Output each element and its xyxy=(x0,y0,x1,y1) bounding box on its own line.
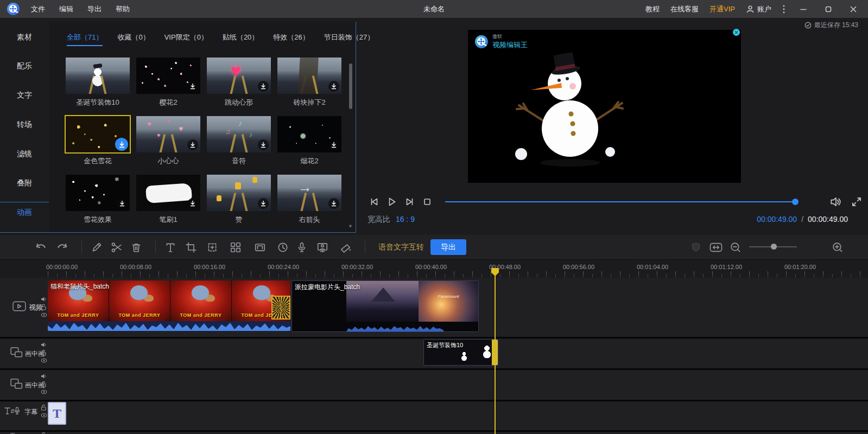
scroll-down-icon[interactable]: ▼ xyxy=(348,224,353,229)
transform-button[interactable] xyxy=(206,241,218,253)
tab-favorites[interactable]: 收藏（0） xyxy=(117,33,149,46)
export-button[interactable]: 导出 xyxy=(430,239,466,255)
vip-link[interactable]: 开通VIP xyxy=(709,4,735,14)
tab-all[interactable]: 全部（71） xyxy=(67,33,103,46)
timeline-zoom-slider-handle[interactable] xyxy=(771,244,777,250)
material-item-selected[interactable]: 金色雪花 xyxy=(66,116,130,166)
download-icon[interactable] xyxy=(258,81,269,92)
menu-help[interactable]: 帮助 xyxy=(109,4,137,14)
tab-stickers[interactable]: 贴纸（20） xyxy=(223,33,258,46)
color-fill-button[interactable] xyxy=(340,241,352,253)
maximize-button[interactable] xyxy=(821,2,835,16)
material-thumb[interactable] xyxy=(66,116,130,152)
material-thumb[interactable] xyxy=(66,58,130,94)
download-icon[interactable] xyxy=(328,81,339,92)
material-thumb[interactable]: → xyxy=(277,175,341,211)
kebab-menu-icon[interactable] xyxy=(782,4,785,14)
download-icon[interactable] xyxy=(187,139,198,150)
crop-button[interactable] xyxy=(185,241,197,253)
material-thumb[interactable]: ♥ ♥ ♥ ♥ xyxy=(136,116,200,152)
download-icon[interactable] xyxy=(187,81,198,92)
tab-effects[interactable]: 特效（26） xyxy=(273,33,309,46)
menu-edit[interactable]: 编辑 xyxy=(52,4,80,14)
edit-button[interactable] xyxy=(91,241,103,253)
tab-vip-only[interactable]: VIP限定（0） xyxy=(164,33,208,46)
download-icon[interactable] xyxy=(258,139,269,150)
split-screen-button[interactable] xyxy=(230,241,242,253)
download-icon[interactable] xyxy=(328,198,339,209)
undo-button[interactable] xyxy=(35,241,47,253)
preview-progress-bar[interactable] xyxy=(445,201,796,202)
play-button[interactable] xyxy=(385,196,398,208)
account-button[interactable]: 账户 xyxy=(746,4,771,14)
material-item[interactable]: 圣诞节装饰10 xyxy=(66,58,130,107)
panel-scrollbar[interactable] xyxy=(349,63,352,109)
sidebar-item-filter[interactable]: 滤镜 xyxy=(0,149,49,159)
material-thumb[interactable]: ❄ ❄ xyxy=(66,175,130,211)
download-icon[interactable] xyxy=(258,198,269,209)
clip-effect-overlay[interactable] xyxy=(271,296,290,320)
minimize-button[interactable] xyxy=(796,2,810,16)
zoom-out-button[interactable] xyxy=(730,241,742,253)
marker-icon[interactable] xyxy=(690,241,701,253)
material-item[interactable]: → 右箭头 xyxy=(277,175,341,225)
support-link[interactable]: 在线客服 xyxy=(670,4,699,14)
zoom-in-button[interactable] xyxy=(832,241,844,253)
timeline-clip-video2[interactable]: Paramount 派拉蒙电影片头_batch xyxy=(292,280,479,332)
preview-progress-handle[interactable] xyxy=(792,199,799,205)
aspect-ratio[interactable]: 宽高比16 : 9 xyxy=(368,215,415,225)
material-item[interactable]: ♥ 跳动心形 xyxy=(207,58,271,107)
voice-text-convert-button[interactable]: 语音文字互转 xyxy=(378,242,424,252)
material-item[interactable]: 笔刷1 xyxy=(136,175,200,225)
track-lock-icon[interactable] xyxy=(41,304,47,310)
download-icon[interactable] xyxy=(328,139,339,150)
record-voice-button[interactable] xyxy=(296,241,308,253)
timeline-clip-pip[interactable]: 圣诞节装饰10 xyxy=(423,339,498,366)
track-lock-icon[interactable] xyxy=(41,349,47,356)
timeline-clip-subtitle[interactable]: T xyxy=(48,402,66,425)
material-item[interactable]: 樱花2 xyxy=(136,58,200,107)
material-item[interactable]: 砖块掉下2 xyxy=(277,58,341,107)
track-mute-icon[interactable] xyxy=(41,342,47,348)
redo-button[interactable] xyxy=(56,241,68,253)
download-icon[interactable] xyxy=(115,138,128,151)
sidebar-item-text[interactable]: 文字 xyxy=(0,91,49,100)
next-frame-button[interactable] xyxy=(403,196,416,208)
material-item[interactable]: 赞 xyxy=(207,175,271,225)
add-text-button[interactable] xyxy=(164,241,176,253)
cut-button[interactable] xyxy=(111,241,123,253)
fit-timeline-button[interactable] xyxy=(709,242,723,253)
sidebar-item-transition[interactable]: 转场 xyxy=(0,120,49,130)
speed-button[interactable] xyxy=(277,241,289,253)
download-icon[interactable] xyxy=(187,198,198,209)
track-lock-icon[interactable] xyxy=(41,432,47,434)
stop-button[interactable] xyxy=(421,196,434,208)
tab-holiday-decor[interactable]: 节日装饰（27） xyxy=(324,33,374,46)
material-thumb[interactable] xyxy=(207,175,271,211)
prev-frame-button[interactable] xyxy=(368,196,381,208)
material-thumb[interactable] xyxy=(277,116,341,152)
menu-export[interactable]: 导出 xyxy=(80,4,109,14)
track-visibility-icon[interactable] xyxy=(41,358,47,363)
material-thumb[interactable] xyxy=(136,175,200,211)
material-item[interactable]: ♪ ♫ ♪ 音符 xyxy=(207,116,271,166)
sidebar-item-media[interactable]: 素材 xyxy=(0,33,49,42)
menu-file[interactable]: 文件 xyxy=(24,4,52,14)
track-lock-icon[interactable] xyxy=(41,404,47,411)
material-item[interactable]: ❄ ❄ 雪花效果 xyxy=(66,175,130,225)
delete-button[interactable] xyxy=(130,241,142,253)
track-mute-icon[interactable] xyxy=(41,296,47,302)
fullscreen-icon[interactable] xyxy=(850,195,863,208)
close-button[interactable] xyxy=(846,2,860,16)
sidebar-item-music[interactable]: 配乐 xyxy=(0,61,49,71)
timeline-clip-video1[interactable]: TOM and JERRY TOM and JERRY TOM and JERR… xyxy=(48,280,290,331)
mask-button[interactable] xyxy=(254,241,266,253)
volume-icon[interactable] xyxy=(829,195,842,208)
tutorial-link[interactable]: 教程 xyxy=(645,4,660,14)
track-visibility-icon[interactable] xyxy=(41,413,47,418)
track-visibility-icon[interactable] xyxy=(41,390,47,394)
material-thumb[interactable]: ♪ ♫ ♪ xyxy=(207,116,271,152)
preview-viewport[interactable]: 傲软 视频编辑王 ✕ xyxy=(468,30,741,183)
playhead[interactable] xyxy=(495,268,496,434)
material-item[interactable]: ♥ ♥ ♥ ♥ 小心心 xyxy=(136,116,200,166)
